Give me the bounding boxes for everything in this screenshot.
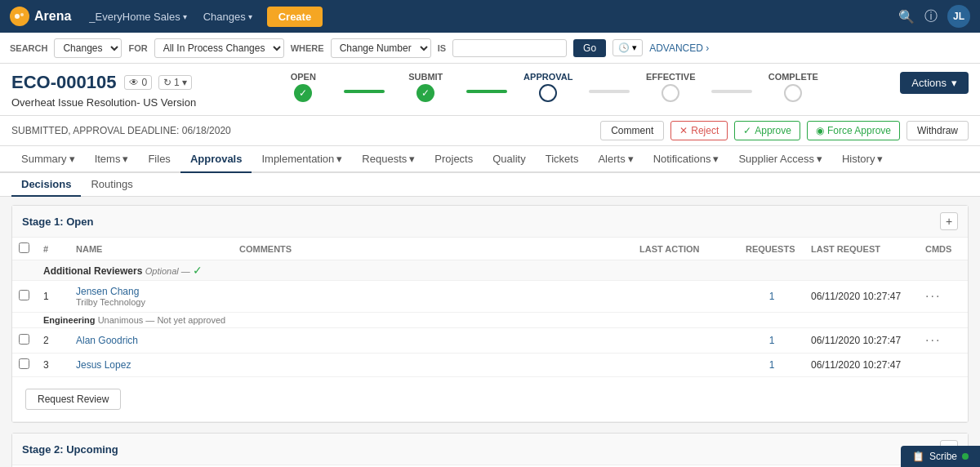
step-submit-indicator: ✓ — [416, 84, 434, 102]
step-effective-indicator — [662, 84, 679, 102]
row2-num: 2 — [37, 328, 69, 354]
select-all-checkbox[interactable] — [19, 242, 29, 253]
row2-last-action — [633, 328, 739, 354]
help-icon[interactable]: ⓘ — [924, 8, 938, 25]
follow-count[interactable]: ↻ 1 ▾ — [158, 75, 192, 90]
org-nav-item[interactable]: _EveryHome Sales ▾ — [84, 7, 191, 26]
tab-supplier-access[interactable]: Supplier Access ▾ — [728, 146, 832, 173]
request-review-button[interactable]: Request Review — [25, 389, 121, 410]
logo-area[interactable]: Arena — [10, 7, 71, 26]
row2-name-cell: Alan Goodrich — [69, 328, 233, 354]
row3-checkbox[interactable] — [19, 358, 29, 369]
app-name: Arena — [34, 9, 71, 24]
where-select[interactable]: Change Number — [331, 38, 431, 58]
force-approve-button[interactable]: ◉ Force Approve — [807, 121, 900, 140]
stage1-table: # NAME COMMENTS LAST ACTION REQUESTS LAS… — [12, 238, 968, 422]
row1-menu[interactable]: ··· — [925, 289, 941, 303]
step-effective-label: EFFECTIVE — [646, 72, 696, 82]
tab-requests[interactable]: Requests ▾ — [352, 146, 425, 173]
go-button[interactable]: Go — [573, 39, 606, 57]
search-icon[interactable]: 🔍 — [898, 9, 915, 24]
follow-dropdown-icon: ▾ — [182, 77, 187, 88]
row2-requests-count[interactable]: 1 — [769, 335, 775, 346]
subtab-routings[interactable]: Routings — [81, 173, 142, 197]
tab-notifications[interactable]: Notifications ▾ — [644, 146, 729, 173]
tab-files[interactable]: Files — [138, 146, 180, 173]
tab-tickets[interactable]: Tickets — [536, 146, 589, 173]
engineering-group-row: Engineering Unanimous — Not yet approved — [12, 313, 968, 328]
history-dropdown-icon: ▾ — [877, 153, 883, 165]
row2-menu[interactable]: ··· — [925, 333, 941, 347]
row1-requests-count[interactable]: 1 — [769, 291, 775, 302]
stage1-add-button[interactable]: + — [940, 212, 958, 230]
step-approval: APPROVAL — [507, 72, 589, 102]
row2-requests: 1 — [739, 328, 804, 354]
eco-subtitle: Overheat Issue Resolution- US Version — [11, 96, 196, 109]
reject-button[interactable]: ✕ Reject — [670, 121, 728, 140]
reject-icon: ✕ — [679, 125, 688, 136]
tab-summary[interactable]: Summary ▾ — [11, 146, 85, 173]
withdraw-button[interactable]: Withdraw — [906, 121, 969, 140]
row1-last-action — [633, 281, 739, 313]
step-effective: EFFECTIVE — [630, 72, 711, 102]
nav-right: 🔍 ⓘ JL — [898, 5, 970, 28]
tab-projects[interactable]: Projects — [425, 146, 483, 173]
scribe-widget[interactable]: 📋 Scribe — [901, 446, 980, 467]
row3-person-name[interactable]: Jesus Lopez — [76, 359, 226, 371]
tab-implementation[interactable]: Implementation ▾ — [252, 146, 352, 173]
user-avatar[interactable]: JL — [947, 5, 970, 28]
changes-nav-item[interactable]: Changes ▾ — [198, 7, 257, 26]
row2-checkbox[interactable] — [19, 334, 29, 345]
row3-requests-count[interactable]: 1 — [769, 359, 775, 371]
search-bar: SEARCH Changes FOR All In Process Change… — [0, 33, 980, 64]
stage2-title: Stage 2: Upcoming — [22, 443, 118, 456]
row1-person-name[interactable]: Jensen Chang — [76, 286, 226, 297]
additional-reviewers-check: ✓ — [193, 264, 203, 277]
step-approval-indicator — [539, 84, 557, 102]
tab-quality[interactable]: Quality — [483, 146, 535, 173]
search-input[interactable] — [452, 39, 567, 57]
advanced-link[interactable]: ADVANCED › — [649, 42, 709, 54]
stage2-section: Stage 2: Upcoming + # NAME COMMENTS LAST… — [11, 433, 969, 467]
logo-icon — [10, 7, 29, 26]
actions-button[interactable]: Actions ▾ — [900, 72, 969, 94]
search-type-select[interactable]: Changes — [54, 38, 122, 58]
is-label: IS — [438, 43, 446, 53]
request-review-row: Request Review — [12, 377, 968, 422]
row3-requests: 1 — [739, 354, 804, 377]
table-row: 3 Jesus Lopez 1 06/11/2020 10:27:47 — [12, 354, 968, 377]
eco-header-right: Actions ▾ — [900, 72, 969, 94]
for-select[interactable]: All In Process Changes — [154, 38, 284, 58]
org-dropdown-icon: ▾ — [183, 12, 187, 21]
actions-dropdown-icon: ▾ — [951, 77, 957, 89]
subtab-decisions[interactable]: Decisions — [11, 173, 81, 197]
table-row: 2 Alan Goodrich 1 06/11/2020 10:27:47 ··… — [12, 328, 968, 354]
step-open: OPEN ✓ — [262, 72, 344, 102]
watch-count[interactable]: 👁 0 — [124, 75, 152, 90]
row3-last-request: 06/11/2020 10:27:47 — [804, 354, 919, 377]
row2-checkbox-cell — [12, 328, 37, 354]
th-last-request: LAST REQUEST — [804, 238, 919, 260]
create-button[interactable]: Create — [267, 7, 323, 27]
table-row: 1 Jensen Chang Trilby Technology 1 06/11… — [12, 281, 968, 313]
approve-button[interactable]: ✓ Approve — [734, 121, 800, 140]
tab-approvals[interactable]: Approvals — [180, 146, 252, 173]
comment-button[interactable]: Comment — [600, 121, 664, 140]
tab-alerts[interactable]: Alerts ▾ — [588, 146, 643, 173]
step-submit-label: SUBMIT — [408, 72, 443, 82]
tab-items[interactable]: Items ▾ — [85, 146, 139, 173]
group-additional-reviewers: Additional Reviewers Optional — ✓ — [12, 260, 968, 281]
stage1-section: Stage 1: Open + # NAME COMMENTS LAST ACT… — [11, 205, 969, 423]
row2-person-name[interactable]: Alan Goodrich — [76, 335, 226, 346]
row3-comments — [233, 354, 633, 377]
row1-last-request: 06/11/2020 10:27:47 — [804, 281, 919, 313]
row1-checkbox[interactable] — [19, 290, 29, 300]
tab-history[interactable]: History ▾ — [832, 146, 893, 173]
history-button[interactable]: 🕓 ▾ — [612, 39, 643, 56]
row3-last-action — [633, 354, 739, 377]
stage1-header: Stage 1: Open + — [12, 206, 968, 238]
engineering-group-status: Unanimous — Not yet approved — [98, 315, 226, 325]
eco-header: ECO-000105 👁 0 ↻ 1 ▾ Overheat Issue Reso… — [0, 64, 980, 116]
row3-name-cell: Jesus Lopez — [69, 354, 233, 377]
th-comments: COMMENTS — [233, 238, 633, 260]
